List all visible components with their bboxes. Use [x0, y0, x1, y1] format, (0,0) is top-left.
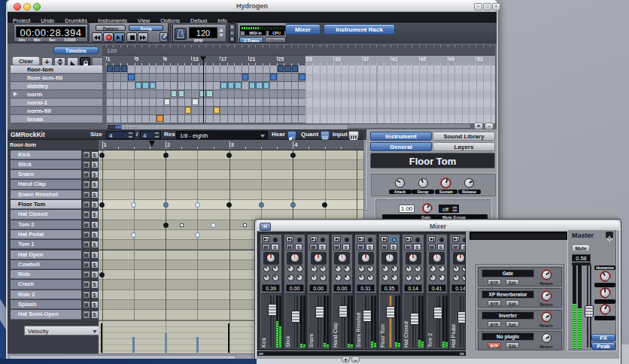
strip-fader-handle[interactable]: [291, 311, 300, 323]
spin-up-icon[interactable]: [452, 206, 457, 209]
strip-fx-send-knob[interactable]: [343, 265, 351, 273]
fx-return-knob[interactable]: [541, 269, 552, 281]
strip-pan-knob[interactable]: [432, 253, 442, 263]
song-grid-cell-diddley[interactable]: [256, 82, 262, 89]
fx-slot-name[interactable]: No plugin: [482, 332, 534, 341]
strip-fx-send-knob[interactable]: [452, 274, 460, 282]
song-scrollbar[interactable]: [106, 123, 471, 129]
pattern-grid-row[interactable]: [99, 190, 363, 200]
song-grid-cell-floor-tom[interactable]: [292, 65, 298, 72]
instrument-solo-button[interactable]: S: [91, 311, 99, 318]
strip-pan-knob[interactable]: [360, 253, 371, 263]
instrument-solo-button[interactable]: S: [91, 211, 99, 218]
fx-bypass-button[interactable]: BYP: [488, 300, 501, 306]
song-grid-cell-floor-tom[interactable]: [114, 65, 120, 72]
mixer-titlebar[interactable]: H Mixer: [257, 221, 619, 232]
pattern-note[interactable]: [99, 153, 105, 158]
instrument-mute-button[interactable]: M: [83, 281, 90, 288]
knob-attack[interactable]: [394, 177, 406, 189]
pattern-note[interactable]: [211, 223, 216, 228]
master-knob-velocity[interactable]: [600, 271, 611, 282]
instrument-row-ride-2[interactable]: Ride 2: [11, 290, 81, 299]
spin-up-icon[interactable]: [154, 132, 160, 135]
strip-fader-handle[interactable]: [433, 307, 442, 319]
song-grid-cell-diddley[interactable]: [263, 82, 269, 89]
song-grid-cell-break[interactable]: [156, 115, 163, 122]
instrument-rack-toolbar-button[interactable]: Instrument Rack: [324, 24, 395, 35]
song-grid-cell-floor-tom[interactable]: [278, 65, 284, 72]
instrument-mute-button[interactable]: M: [83, 311, 90, 318]
strip-fx-send-knob[interactable]: [414, 265, 422, 273]
strip-fx-send-knob[interactable]: [366, 265, 375, 273]
song-grid-row[interactable]: [106, 90, 495, 99]
strip-play-button[interactable]: [310, 236, 318, 242]
strip-solo-button[interactable]: S: [342, 244, 351, 250]
strip-fx-send-knob[interactable]: [414, 274, 422, 282]
instrument-mute-button[interactable]: M: [83, 211, 90, 218]
pattern-ruler[interactable]: 1234: [99, 140, 363, 150]
instrument-mute-button[interactable]: M: [83, 251, 90, 259]
strip-fx-send-knob[interactable]: [390, 274, 399, 282]
strip-fx-send-knob[interactable]: [287, 265, 295, 273]
strip-mute-button[interactable]: M: [357, 244, 365, 250]
pattern-note[interactable]: [290, 202, 296, 208]
instrument-row-snare[interactable]: Snare: [11, 170, 81, 179]
song-zoom-in-button[interactable]: +: [474, 123, 483, 129]
strip-fader-handle[interactable]: [363, 310, 372, 322]
strip-solo-button[interactable]: S: [366, 244, 374, 250]
strip-fx-send-knob[interactable]: [405, 274, 413, 282]
instrument-row-hat-open[interactable]: Hat Open: [11, 250, 81, 259]
pattern-note-square[interactable]: [180, 223, 184, 227]
strip-mute-button[interactable]: M: [262, 244, 270, 250]
mute-group-arrows[interactable]: [452, 206, 457, 213]
fx-slot-name[interactable]: Inverter: [482, 311, 534, 320]
song-zoom-out-button[interactable]: -: [485, 123, 494, 129]
velocity-property-select[interactable]: Velocity: [24, 326, 101, 335]
strip-fader-handle[interactable]: [386, 306, 395, 318]
instrument-row-stick[interactable]: Stick: [11, 160, 81, 169]
timeline-button[interactable]: Timeline: [53, 47, 99, 54]
strip-fader-handle[interactable]: [268, 304, 277, 316]
master-peak-button[interactable]: Peak: [591, 342, 615, 350]
rewind-button[interactable]: [92, 32, 102, 42]
strip-pan-knob[interactable]: [455, 253, 466, 263]
instrument-mute-button[interactable]: M: [83, 271, 90, 278]
song-grid-row[interactable]: [106, 107, 495, 115]
strip-fx-send-knob[interactable]: [438, 274, 446, 282]
fx-bypass-button[interactable]: BYP: [488, 321, 501, 327]
spin-up-icon[interactable]: [128, 132, 133, 135]
instrument-solo-button[interactable]: S: [91, 261, 99, 268]
song-pattern-row-norm[interactable]: norm: [11, 90, 102, 99]
instrument-solo-button[interactable]: S: [91, 291, 99, 299]
strip-pan-knob[interactable]: [384, 253, 395, 263]
strip-mute-button[interactable]: M: [309, 244, 318, 250]
fx-slot-name[interactable]: Gate: [482, 269, 534, 278]
strip-fx-send-knob[interactable]: [452, 265, 460, 273]
strip-play-button[interactable]: [405, 236, 412, 242]
song-grid-cell-norm[interactable]: [206, 90, 212, 97]
instrument-solo-button[interactable]: S: [91, 161, 99, 168]
instrument-solo-button[interactable]: S: [91, 221, 99, 229]
song-pattern-row-break[interactable]: break: [11, 115, 102, 123]
song-grid-cell-floor-tom[interactable]: [107, 65, 113, 72]
metronome-button[interactable]: [175, 28, 187, 40]
pattern-note[interactable]: [163, 223, 169, 228]
bpm-spinner[interactable]: [218, 27, 224, 38]
strip-play-button[interactable]: [428, 236, 436, 242]
strip-fx-send-knob[interactable]: [461, 265, 466, 273]
hydrogen-titlebar[interactable]: Hydrogen − □ ×: [8, 0, 497, 12]
pattern-note[interactable]: [163, 202, 169, 208]
song-grid-cell-diddley[interactable]: [228, 82, 234, 89]
pattern-grid-row[interactable]: [99, 170, 363, 180]
fx-bypass-button[interactable]: BYP: [488, 342, 501, 348]
strip-fx-send-knob[interactable]: [429, 265, 437, 273]
clear-button[interactable]: Clear: [12, 56, 40, 65]
knob-decay[interactable]: [418, 177, 429, 189]
size-numerator-arrows[interactable]: [128, 132, 133, 138]
input-mode-button[interactable]: [348, 131, 359, 139]
song-grid-cell-floor-tom-fill[interactable]: [270, 74, 276, 80]
instrument-row-hat-semi-open[interactable]: Hat Semi-Open: [11, 310, 81, 319]
mixer-zoom-out-button[interactable]: -: [351, 356, 360, 362]
play-button[interactable]: [114, 32, 125, 42]
tab-sound-library[interactable]: Sound Library: [433, 132, 495, 141]
